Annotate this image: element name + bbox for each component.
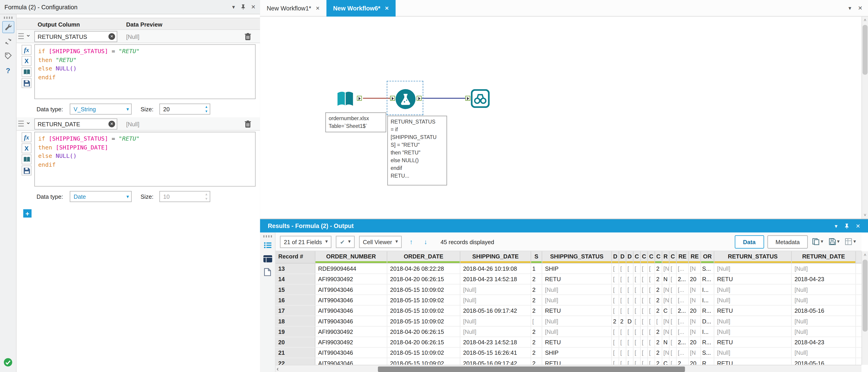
tab-new-workflow6[interactable]: New Workflow6* ✕ (327, 0, 395, 17)
table-row[interactable]: 13RDE990946442018-04-26 08:22:282018-04-… (276, 263, 861, 274)
table-cell[interactable]: 2 (531, 306, 542, 316)
remove-column-icon[interactable]: ✕ (108, 121, 115, 127)
spin-down-icon[interactable]: ▼ (205, 109, 208, 114)
table-cell[interactable]: 2018-05-15 10:09:02 (387, 316, 460, 326)
table-cell[interactable]: [ (648, 316, 655, 326)
table-cell[interactable]: C (662, 358, 670, 365)
scroll-up-icon[interactable]: ˄ (862, 251, 868, 259)
table-cell[interactable]: [ (612, 337, 619, 347)
table-cell[interactable]: [N (689, 326, 701, 337)
table-cell[interactable]: 2018-04-26 10:19:08 (460, 263, 531, 274)
save-expression-icon[interactable] (22, 166, 32, 176)
table-cell[interactable]: [Null] (714, 316, 792, 326)
table-cell[interactable]: 2 (655, 358, 662, 365)
table-cell[interactable]: 2018-04-20 06:26:15 (387, 337, 460, 347)
table-cell[interactable]: 14 (276, 274, 315, 284)
table-cell[interactable]: [ (648, 326, 655, 337)
table-cell[interactable]: [ (633, 358, 641, 365)
refresh-tab-button[interactable] (2, 35, 14, 48)
table-cell[interactable]: [ (626, 326, 633, 337)
table-cell[interactable]: 2... (677, 274, 689, 284)
table-cell[interactable]: 2018-04-23 (792, 274, 856, 284)
fields-dropdown[interactable]: 21 of 21 Fields ▾ (280, 235, 332, 248)
table-cell[interactable]: [ (626, 348, 633, 358)
column-header[interactable]: C (655, 251, 662, 263)
table-cell[interactable]: [ (648, 285, 655, 294)
table-cell[interactable]: 2018-05-15 10:09:02 (387, 348, 460, 358)
table-cell[interactable]: [Null] (714, 295, 792, 305)
table-cell[interactable]: [N (662, 285, 670, 294)
table-cell[interactable]: AIT99043046 (315, 306, 387, 316)
table-cell[interactable]: [ (641, 274, 648, 284)
table-cell[interactable]: [ (619, 295, 626, 305)
scroll-up-icon[interactable]: ˄ (862, 17, 868, 24)
table-cell[interactable]: [Null] (714, 285, 792, 294)
input-tool-annotation[interactable]: ordernumber.xlsxTable=`Sheet1$` (325, 112, 386, 133)
new-window-button[interactable]: ▾ (844, 237, 857, 246)
table-cell[interactable]: [ (626, 337, 633, 347)
table-cell[interactable]: [ (641, 358, 648, 365)
formula-tool[interactable] (395, 89, 416, 111)
table-cell[interactable]: 2... (677, 358, 689, 365)
table-cell[interactable]: [... (677, 326, 689, 337)
expression-library-icon[interactable] (22, 67, 32, 77)
column-header[interactable]: OR (701, 251, 714, 263)
table-cell[interactable]: [ (633, 263, 641, 274)
table-cell[interactable]: [ (633, 274, 641, 284)
profile-page-icon[interactable] (261, 266, 274, 277)
column-header[interactable]: R (662, 251, 670, 263)
table-cell[interactable]: [ (619, 337, 626, 347)
cell-viewer-dropdown[interactable]: Cell Viewer ▾ (359, 235, 402, 248)
table-cell[interactable]: [ (633, 285, 641, 294)
table-cell[interactable]: 16 (276, 295, 315, 305)
column-header[interactable]: RE (689, 251, 701, 263)
table-cell[interactable]: [ (641, 348, 648, 358)
variables-icon[interactable]: X (22, 143, 32, 153)
table-cell[interactable]: [ (619, 348, 626, 358)
scroll-top-button[interactable]: ↑ (406, 236, 416, 247)
table-cell[interactable]: 20 (689, 337, 701, 347)
table-cell[interactable]: 2 (655, 326, 662, 337)
column-header[interactable]: ORDER_NUMBER (315, 251, 387, 263)
close-icon[interactable]: ✕ (251, 4, 256, 10)
data-type-select[interactable]: V_String ▾ (70, 104, 132, 115)
table-cell[interactable]: 19 (276, 326, 315, 337)
table-cell[interactable]: [ (670, 337, 677, 347)
variables-icon[interactable]: X (22, 56, 32, 66)
table-cell[interactable]: 2018-05-16 (792, 306, 856, 316)
table-cell[interactable]: [ (612, 306, 619, 316)
table-cell[interactable]: [Null] (542, 316, 612, 326)
table-cell[interactable]: 2018-04-23 (792, 337, 856, 347)
expression-library-icon[interactable] (22, 154, 32, 165)
table-cell[interactable]: 2 (655, 306, 662, 316)
table-cell[interactable]: 20 (689, 358, 701, 365)
table-cell[interactable]: [ (633, 326, 641, 337)
table-cell[interactable]: [ (612, 285, 619, 294)
table-cell[interactable]: 2... (677, 337, 689, 347)
panel-menu-caret-icon[interactable]: ▾ (232, 4, 235, 10)
column-header[interactable]: RETURN_DATE (792, 251, 856, 263)
apply-selection-button[interactable]: ✔ ▾ (336, 235, 354, 248)
table-cell[interactable]: 2 (531, 337, 542, 347)
table-cell[interactable]: 2... (677, 306, 689, 316)
table-cell[interactable]: R... (701, 358, 714, 365)
table-cell[interactable]: [ (633, 348, 641, 358)
table-cell[interactable]: 2 (531, 285, 542, 294)
table-cell[interactable]: AFI99030492 (315, 274, 387, 284)
table-cell[interactable]: [ (670, 285, 677, 294)
table-cell[interactable]: AIT99043046 (315, 295, 387, 305)
table-cell[interactable]: [Null] (714, 348, 792, 358)
table-cell[interactable]: RETU (714, 337, 792, 347)
table-cell[interactable]: 1 (531, 263, 542, 274)
table-row[interactable]: 21AIT990430462018-05-15 10:09:022018-05-… (276, 348, 861, 358)
column-header[interactable]: SHIPPING_DATE (460, 251, 531, 263)
table-cell[interactable]: 2018-05-15 16:26:41 (460, 348, 531, 358)
table-cell[interactable]: [ (641, 306, 648, 316)
table-cell[interactable]: [N (689, 316, 701, 326)
tab-new-workflow1[interactable]: New Workflow1* ✕ (260, 0, 327, 17)
table-cell[interactable]: [ (648, 263, 655, 274)
scroll-bottom-button[interactable]: ↓ (421, 236, 431, 247)
table-cell[interactable]: [Null] (460, 295, 531, 305)
column-header[interactable]: D (612, 251, 619, 263)
size-input[interactable]: 20 ▲▼ (159, 104, 210, 115)
